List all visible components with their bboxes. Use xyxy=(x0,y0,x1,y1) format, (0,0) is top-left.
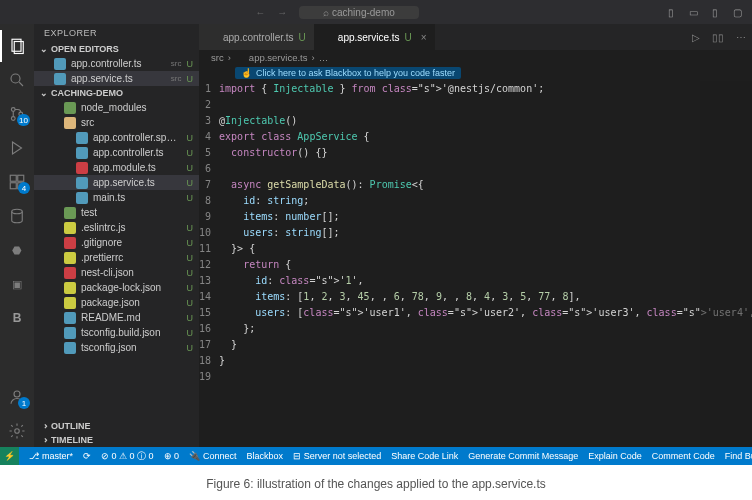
status-branch[interactable]: ⎇ master* xyxy=(29,451,73,461)
more-icon[interactable]: ⋯ xyxy=(730,32,752,43)
layout-bottom-icon[interactable]: ▭ xyxy=(686,5,700,19)
tree-item[interactable]: app.module.tsU xyxy=(34,160,199,175)
ext-badge: 4 xyxy=(18,182,30,194)
file-icon xyxy=(76,192,88,204)
activity-account[interactable]: 1 xyxy=(0,381,34,413)
run-icon[interactable]: ▷ xyxy=(686,32,706,43)
chevron-right-icon: › xyxy=(228,52,231,63)
tree-item[interactable]: main.tsU xyxy=(34,190,199,205)
activity-extensions[interactable]: 4 xyxy=(0,166,34,198)
chevron-right-icon: ⌄ xyxy=(39,422,49,430)
status-item[interactable]: Generate Commit Message xyxy=(468,451,578,461)
tree-item[interactable]: nest-cli.jsonU xyxy=(34,265,199,280)
file-name: test xyxy=(81,207,188,218)
file-icon xyxy=(76,162,88,174)
tab-bar: app.controller.tsUapp.service.tsU× ▷ ▯▯ … xyxy=(199,24,752,50)
file-name: app.service.ts xyxy=(93,177,182,188)
svg-point-2 xyxy=(11,74,20,83)
hand-icon: ☝ xyxy=(241,68,252,78)
tree-item[interactable]: tsconfig.jsonU xyxy=(34,340,199,355)
svg-point-5 xyxy=(11,117,15,121)
activity-python[interactable]: ⬣ xyxy=(0,234,34,266)
tree-item[interactable]: tsconfig.build.jsonU xyxy=(34,325,199,340)
status-port[interactable]: ⊕ 0 xyxy=(164,451,180,461)
file-icon xyxy=(54,73,66,85)
file-icon xyxy=(64,207,76,219)
file-icon xyxy=(64,222,76,234)
file-icon xyxy=(207,32,218,43)
activity-run[interactable] xyxy=(0,132,34,164)
tab-label: app.controller.ts xyxy=(223,32,294,43)
activity-scm[interactable]: 10 xyxy=(0,98,34,130)
scm-badge: 10 xyxy=(17,114,30,126)
open-editor-item[interactable]: app.service.tssrcU xyxy=(34,71,199,86)
tree-item[interactable]: test xyxy=(34,205,199,220)
tree-item[interactable]: package-lock.jsonU xyxy=(34,280,199,295)
file-icon xyxy=(64,327,76,339)
tree-item[interactable]: app.controller.tsU xyxy=(34,145,199,160)
status-item[interactable]: Comment Code xyxy=(652,451,715,461)
close-icon[interactable]: × xyxy=(421,32,427,43)
tree-item[interactable]: package.jsonU xyxy=(34,295,199,310)
file-name: tsconfig.build.json xyxy=(81,327,182,338)
chevron-right-icon: ⌄ xyxy=(39,436,49,444)
status-item[interactable]: ⊟ Server not selected xyxy=(293,451,381,461)
tree-item[interactable]: README.mdU xyxy=(34,310,199,325)
project-section[interactable]: ⌄CACHING-DEMO xyxy=(34,86,199,100)
svg-point-4 xyxy=(11,108,15,112)
title-bar: ← → ⌕ caching-demo ▯ ▭ ▯ ▢ xyxy=(0,0,752,24)
code-editor[interactable]: 12345678910111213141516171819 import { I… xyxy=(199,81,752,447)
file-icon xyxy=(76,177,88,189)
editor-tab[interactable]: app.controller.tsU xyxy=(199,24,314,50)
svg-point-13 xyxy=(14,391,20,397)
status-item[interactable]: Blackbox xyxy=(247,451,284,461)
status-problems[interactable]: ⊘ 0 ⚠ 0 ⓘ 0 xyxy=(101,450,154,463)
activity-explorer[interactable] xyxy=(0,30,34,62)
breadcrumb[interactable]: src› app.service.ts› … xyxy=(199,50,752,65)
chevron-right-icon: › xyxy=(311,52,314,63)
activity-settings[interactable] xyxy=(0,415,34,447)
layout-right-icon[interactable]: ▯ xyxy=(708,5,722,19)
command-center[interactable]: ⌕ caching-demo xyxy=(299,6,419,19)
open-editors-section[interactable]: ⌄OPEN EDITORS xyxy=(34,42,199,56)
svg-point-14 xyxy=(15,429,20,434)
status-connect[interactable]: 🔌 Connect xyxy=(189,451,237,461)
outline-section[interactable]: ⌄OUTLINE xyxy=(34,419,199,433)
minimap[interactable] xyxy=(700,81,752,447)
tree-item[interactable]: .prettierrcU xyxy=(34,250,199,265)
crumb-folder: src xyxy=(211,52,224,63)
tree-item[interactable]: src xyxy=(34,115,199,130)
status-sync[interactable]: ⟳ xyxy=(83,451,91,461)
remote-indicator[interactable]: ⚡ xyxy=(0,447,19,465)
tree-item[interactable]: .gitignoreU xyxy=(34,235,199,250)
editor-tab[interactable]: app.service.tsU× xyxy=(314,24,435,50)
status-item[interactable]: Explain Code xyxy=(588,451,642,461)
activity-db[interactable] xyxy=(0,200,34,232)
tree-item[interactable]: app.controller.spec.tsU xyxy=(34,130,199,145)
file-name: app.service.ts xyxy=(71,73,166,84)
tree-item[interactable]: app.service.tsU xyxy=(34,175,199,190)
split-icon[interactable]: ▯▯ xyxy=(706,32,730,43)
layout-left-icon[interactable]: ▯ xyxy=(664,5,678,19)
code-content[interactable]: import { Injectable } from class="s">'@n… xyxy=(219,81,752,447)
activity-search[interactable] xyxy=(0,64,34,96)
file-name: app.controller.ts xyxy=(71,58,166,69)
tree-item[interactable]: node_modules xyxy=(34,100,199,115)
activity-docker[interactable]: ▣ xyxy=(0,268,34,300)
file-icon xyxy=(322,32,333,43)
open-editor-item[interactable]: app.controller.tssrcU xyxy=(34,56,199,71)
timeline-section[interactable]: ⌄TIMELINE xyxy=(34,433,199,447)
nav-back-icon[interactable]: ← xyxy=(253,5,267,19)
status-item[interactable]: Find Bugs xyxy=(725,451,752,461)
crumb-file: app.service.ts xyxy=(249,52,308,63)
file-name: tsconfig.json xyxy=(81,342,182,353)
status-item[interactable]: Share Code Link xyxy=(391,451,458,461)
layout-custom-icon[interactable]: ▢ xyxy=(730,5,744,19)
blackbox-hint[interactable]: ☝Click here to ask Blackbox to help you … xyxy=(235,67,461,79)
svg-rect-8 xyxy=(10,175,16,181)
file-name: node_modules xyxy=(81,102,188,113)
tree-item[interactable]: .eslintrc.jsU xyxy=(34,220,199,235)
activity-b[interactable]: B xyxy=(0,302,34,334)
nav-fwd-icon[interactable]: → xyxy=(275,5,289,19)
file-name: app.controller.spec.ts xyxy=(93,132,182,143)
